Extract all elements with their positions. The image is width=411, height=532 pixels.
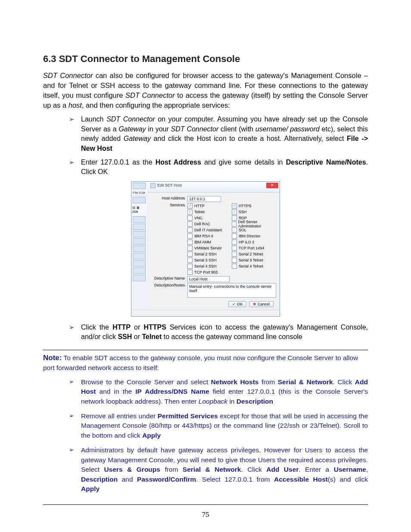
note-item: Administrators by default have gateway a…: [69, 445, 368, 494]
tree-node[interactable]: [133, 216, 146, 223]
service-checkbox[interactable]: Serial 2 SSH: [187, 251, 232, 257]
service-checkbox[interactable]: VNC: [187, 215, 232, 221]
descriptive-name-label: Descriptive Name: [151, 276, 187, 280]
host-address-input[interactable]: 127.0.0.1: [187, 196, 221, 202]
service-checkbox[interactable]: Dell Server Administrator: [232, 221, 276, 227]
tree-node[interactable]: [133, 268, 146, 274]
services-label: Services: [151, 203, 187, 207]
note-item: Remove all entries under Permitted Servi…: [69, 411, 368, 440]
toolbar-icon[interactable]: [133, 197, 146, 203]
service-checkbox[interactable]: SSH: [232, 209, 276, 215]
bullet-item: Enter 127.0.0.1 as the Host Address and …: [69, 158, 368, 177]
section-heading: 6.3 SDT Connector to Management Console: [43, 53, 368, 65]
service-checkbox[interactable]: Dell RAC: [187, 221, 232, 227]
tree-node[interactable]: [133, 253, 146, 259]
service-checkbox[interactable]: Serial 4 Telnet: [232, 263, 276, 269]
tree-node[interactable]: [133, 260, 146, 267]
note-label: Note:: [43, 354, 62, 362]
close-button[interactable]: ✕: [266, 183, 278, 188]
ok-button[interactable]: ✔OK: [228, 301, 246, 307]
tree-node[interactable]: [133, 275, 146, 281]
tree-node[interactable]: [133, 224, 146, 230]
note-block: Note: To enable SDT access to the gatewa…: [43, 350, 368, 505]
service-checkbox[interactable]: IBM Director: [232, 233, 276, 239]
description-notes-label: Description/Notes: [151, 283, 187, 287]
menu-bar[interactable]: File Edit: [131, 190, 147, 196]
service-checkbox[interactable]: VMWare Server: [187, 245, 232, 251]
service-checkbox[interactable]: TCP Port 1494: [232, 245, 276, 251]
tree-node[interactable]: [133, 231, 146, 237]
service-checkbox[interactable]: Telnet: [187, 209, 232, 215]
service-checkbox[interactable]: Serial 3 Telnet: [232, 257, 276, 263]
service-checkbox[interactable]: TCP Port 903: [187, 269, 232, 275]
description-notes-input[interactable]: Manual entry- connections to the console…: [187, 283, 276, 298]
host-address-label: Host Address: [151, 196, 187, 200]
tree-node[interactable]: [133, 246, 146, 252]
bullet-list-1: Launch SDT Connector on your computer. A…: [43, 115, 368, 177]
cancel-button[interactable]: ✖Cancel: [249, 301, 274, 307]
note-item: Browse to the Console Server and select …: [69, 377, 368, 406]
intro-paragraph: SDT Connector can also be configured for…: [43, 71, 368, 110]
bullet-list-2: Click the HTTP or HTTPS Services icon to…: [43, 323, 368, 342]
service-checkbox[interactable]: Serial 2 Telnet: [232, 251, 276, 257]
window-icon: [150, 183, 156, 188]
service-checkbox[interactable]: IBM RSA II: [187, 233, 232, 239]
app-icon: [133, 183, 146, 189]
service-checkbox[interactable]: HTTP: [187, 203, 232, 209]
service-checkbox[interactable]: HP iLO 2: [232, 239, 276, 245]
sidebar: File Edit ⊟ 🖥 208: [131, 182, 147, 282]
service-checkbox[interactable]: Dell IT Assistant: [187, 227, 232, 233]
bullet-item: Launch SDT Connector on your computer. A…: [69, 115, 368, 153]
bullet-item: Click the HTTP or HTTPS Services icon to…: [69, 323, 368, 342]
service-checkbox[interactable]: Serial 4 SSH: [187, 263, 232, 269]
status-bar: [131, 310, 280, 316]
service-checkbox[interactable]: HTTPS: [232, 203, 276, 209]
page-number: 75: [0, 510, 411, 519]
descriptive-name-input[interactable]: Local Host: [187, 276, 230, 282]
screenshot-edit-sdt-host: File Edit ⊟ 🖥 208 Edit SDT Host ✕ Host A…: [131, 181, 280, 317]
tree-node[interactable]: [133, 238, 146, 245]
dialog-titlebar: Edit SDT Host ✕: [148, 182, 280, 193]
service-checkbox[interactable]: Serial 3 SSH: [187, 257, 232, 263]
service-checkbox[interactable]: IBM AMM: [187, 239, 232, 245]
